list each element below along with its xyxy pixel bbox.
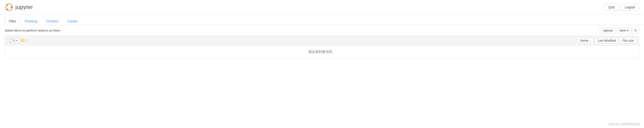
tab-files[interactable]: Files bbox=[5, 17, 20, 25]
name-sort-arrow: ↓ bbox=[589, 39, 591, 42]
svg-point-3 bbox=[6, 9, 8, 10]
tab-running[interactable]: Running bbox=[21, 17, 42, 25]
empty-state: 笔记本列表为空。 bbox=[5, 46, 639, 59]
empty-message: 笔记本列表为空。 bbox=[308, 50, 336, 54]
header: jupyter Quit Logout bbox=[0, 0, 644, 14]
jupyter-logo-icon bbox=[5, 3, 14, 11]
toolbar: Select items to perform actions on them.… bbox=[0, 25, 644, 36]
file-size-sort-button[interactable]: File size bbox=[620, 38, 636, 43]
logo-area: jupyter bbox=[5, 3, 33, 11]
quit-button[interactable]: Quit bbox=[604, 4, 618, 11]
breadcrumb: 📁 / bbox=[20, 38, 27, 43]
select-all-area[interactable]: 0 ▾ bbox=[8, 38, 19, 43]
file-browser: 0 ▾ 📁 / Name ↓ Last Modified File size 笔… bbox=[5, 36, 639, 59]
header-buttons: Quit Logout bbox=[604, 4, 639, 11]
logout-button[interactable]: Logout bbox=[620, 4, 639, 11]
selected-count: 0 bbox=[13, 39, 15, 42]
file-browser-header: 0 ▾ 📁 / Name ↓ Last Modified File size bbox=[5, 36, 639, 46]
svg-point-2 bbox=[11, 6, 12, 8]
select-hint: Select items to perform actions on them. bbox=[5, 29, 61, 32]
select-dropdown-icon[interactable]: ▾ bbox=[16, 39, 18, 42]
breadcrumb-slash: / bbox=[26, 39, 27, 43]
toolbar-right: Upload New ▾ ↻ bbox=[600, 27, 639, 33]
file-browser-header-left: 0 ▾ 📁 / bbox=[8, 38, 578, 43]
refresh-button[interactable]: ↻ bbox=[632, 27, 639, 33]
tab-conda[interactable]: Conda bbox=[63, 17, 81, 25]
svg-point-1 bbox=[6, 4, 8, 6]
file-browser-header-right: Name ↓ Last Modified File size bbox=[578, 38, 636, 43]
last-modified-label: Last Modified bbox=[597, 39, 616, 42]
tabs-area: Files Running Clusters Conda bbox=[0, 14, 644, 25]
select-all-checkbox[interactable] bbox=[9, 39, 12, 42]
file-size-label: File size bbox=[622, 39, 634, 42]
new-label: New bbox=[620, 29, 626, 32]
folder-icon: 📁 bbox=[20, 38, 26, 43]
name-sort-label: Name bbox=[580, 39, 589, 42]
last-modified-sort-button[interactable]: Last Modified bbox=[595, 38, 618, 43]
name-sort-button[interactable]: Name ↓ bbox=[578, 38, 594, 43]
tab-clusters[interactable]: Clusters bbox=[42, 17, 62, 25]
new-dropdown-arrow: ▾ bbox=[627, 29, 628, 32]
new-button[interactable]: New ▾ bbox=[617, 27, 631, 33]
upload-button[interactable]: Upload bbox=[600, 27, 616, 33]
app-title: jupyter bbox=[16, 4, 33, 10]
